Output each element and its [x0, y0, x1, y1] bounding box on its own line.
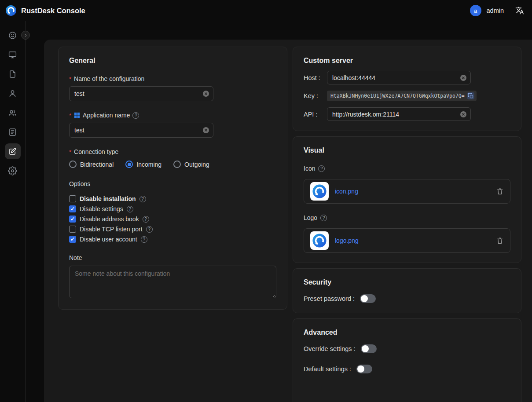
- settings-icon: [8, 166, 17, 175]
- required-asterisk: [69, 149, 71, 155]
- audit-log-icon: [8, 128, 17, 137]
- disable-user-account-checkbox[interactable]: [69, 236, 76, 243]
- clear-icon[interactable]: [460, 74, 467, 81]
- connection-type-label: Connection type: [69, 148, 276, 155]
- checkbox-row-disable-user-account: Disable user account: [69, 236, 276, 243]
- sidebar-item-devices[interactable]: [5, 47, 21, 62]
- copy-icon[interactable]: [467, 92, 474, 99]
- application-name-input[interactable]: [69, 123, 213, 138]
- checkbox-label: Disable TCP listen port: [80, 226, 143, 233]
- disable-installation-checkbox[interactable]: [69, 195, 76, 202]
- help-icon[interactable]: [318, 165, 325, 172]
- help-icon[interactable]: [146, 226, 153, 233]
- clear-icon[interactable]: [202, 90, 209, 97]
- configuration-name-input[interactable]: [69, 86, 213, 101]
- custom-server-title: Custom server: [304, 57, 510, 65]
- sidebar-item-configurations[interactable]: [5, 143, 21, 159]
- server-key-value: HtaXBkJNHyn0e1U1jWXze7A7CN7QTGWqxkOtpaVp…: [327, 91, 477, 101]
- checkbox-label: Disable address book: [80, 216, 139, 223]
- preset-password-label: Preset password :: [304, 295, 355, 302]
- brand: RustDesk Console: [5, 5, 85, 16]
- sidebar-item-status[interactable]: [5, 27, 21, 43]
- host-input[interactable]: [327, 71, 471, 84]
- users-icon: [8, 89, 17, 98]
- icon-label: Icon: [304, 165, 510, 172]
- required-asterisk: [69, 112, 71, 119]
- configurations-icon: [8, 147, 17, 156]
- key-row: Key : HtaXBkJNHyn0e1U1jWXze7A7CN7QTGWqxk…: [304, 91, 510, 101]
- app-input-wrap: [69, 123, 213, 138]
- help-icon[interactable]: [320, 215, 327, 221]
- logo-thumbnail: [310, 231, 329, 250]
- note-label: Note: [69, 254, 276, 261]
- options-checkbox-group: Disable installation Disable settings Di…: [69, 195, 276, 243]
- default-settings-toggle[interactable]: [356, 365, 372, 373]
- radio-circle[interactable]: [69, 161, 77, 168]
- rustdesk-logo-icon: [5, 5, 17, 16]
- username[interactable]: admin: [487, 7, 504, 14]
- disable-address-book-checkbox[interactable]: [69, 216, 76, 223]
- delete-icon[interactable]: [496, 187, 504, 195]
- sidebar: [0, 21, 26, 402]
- disable-settings-checkbox[interactable]: [69, 205, 76, 212]
- sidebar-item-users[interactable]: [5, 85, 21, 101]
- note-textarea[interactable]: [69, 266, 276, 298]
- help-icon[interactable]: [132, 112, 139, 119]
- host-label: Host :: [304, 74, 327, 81]
- radio-incoming[interactable]: Incoming: [125, 161, 161, 168]
- chevron-right-icon: [23, 33, 28, 38]
- help-icon[interactable]: [127, 206, 133, 212]
- security-card: Security Preset password :: [293, 268, 521, 313]
- help-icon[interactable]: [139, 196, 146, 202]
- user-avatar[interactable]: a: [470, 5, 481, 16]
- sidebar-item-documents[interactable]: [5, 66, 21, 82]
- name-input-wrap: [69, 86, 213, 101]
- visual-title: Visual: [304, 146, 510, 154]
- logo-file-row: logo.png: [304, 228, 510, 253]
- app-title: RustDesk Console: [21, 7, 85, 15]
- preset-password-toggle[interactable]: [360, 294, 376, 303]
- preset-password-row: Preset password :: [304, 294, 510, 303]
- radio-outgoing[interactable]: Outgoing: [173, 161, 209, 168]
- icon-thumbnail: [310, 182, 329, 201]
- status-icon: [8, 31, 17, 40]
- checkbox-row-disable-installation: Disable installation: [69, 195, 276, 202]
- default-settings-row: Default settings :: [304, 365, 510, 373]
- visual-card: Visual Icon icon.png: [293, 136, 521, 263]
- sidebar-item-audit-log[interactable]: [5, 124, 21, 140]
- devices-icon: [8, 50, 17, 59]
- radio-circle[interactable]: [173, 161, 181, 168]
- radio-circle[interactable]: [125, 161, 133, 168]
- checkbox-label: Disable user account: [80, 236, 137, 243]
- api-label: API :: [304, 111, 327, 118]
- override-settings-label: Override settings :: [304, 345, 356, 352]
- advanced-card: Advanced Override settings : Default set…: [293, 318, 521, 402]
- help-icon[interactable]: [141, 236, 147, 243]
- disable-tcp-listen-port-checkbox[interactable]: [69, 226, 76, 233]
- checkbox-label: Disable settings: [80, 205, 123, 212]
- host-row: Host :: [304, 71, 510, 84]
- delete-icon[interactable]: [496, 237, 504, 245]
- checkbox-row-disable-tcp-listen-port: Disable TCP listen port: [69, 226, 276, 233]
- override-settings-toggle[interactable]: [361, 344, 377, 353]
- icon-file-link[interactable]: icon.png: [335, 188, 358, 195]
- clear-icon[interactable]: [202, 127, 209, 134]
- clear-icon[interactable]: [460, 111, 467, 118]
- radio-bidirectional[interactable]: Bidirectional: [69, 161, 114, 168]
- sidebar-item-settings[interactable]: [5, 163, 21, 179]
- override-settings-row: Override settings :: [304, 344, 510, 353]
- language-icon[interactable]: [515, 6, 524, 15]
- connection-type-radio-group: Bidirectional Incoming Outgoing: [69, 161, 276, 168]
- sidebar-item-groups[interactable]: [5, 105, 21, 121]
- api-input[interactable]: [327, 107, 471, 121]
- advanced-title: Advanced: [304, 329, 510, 336]
- groups-icon: [8, 108, 17, 117]
- default-settings-label: Default settings :: [304, 365, 351, 373]
- required-asterisk: [69, 76, 71, 82]
- help-icon[interactable]: [143, 216, 149, 223]
- documents-icon: [8, 69, 17, 79]
- logo-file-link[interactable]: logo.png: [335, 237, 359, 244]
- sidebar-expand-button[interactable]: [21, 31, 30, 40]
- header-right: a admin: [470, 5, 525, 16]
- windows-logo-icon: [74, 112, 80, 118]
